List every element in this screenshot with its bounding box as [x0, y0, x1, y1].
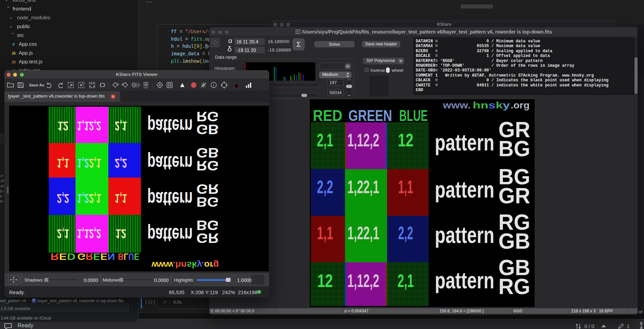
svg-text:2,1: 2,1	[317, 130, 333, 150]
svg-text:1,1: 1,1	[115, 191, 127, 205]
svg-text:BG: BG	[498, 137, 530, 161]
svg-text:www.: www.	[443, 100, 471, 110]
svg-text:pattern: pattern	[435, 267, 494, 293]
svg-text:1,12,2: 1,12,2	[347, 130, 379, 150]
svg-text:GR: GR	[196, 231, 219, 246]
svg-text:pattern: pattern	[147, 224, 193, 246]
svg-text:pattern: pattern	[435, 177, 494, 202]
svg-text:RG: RG	[196, 109, 219, 124]
svg-text:pattern: pattern	[147, 152, 193, 174]
svg-text:GR: GR	[196, 182, 219, 197]
svg-text:1,1: 1,1	[317, 223, 333, 243]
svg-text:2,1: 2,1	[115, 119, 127, 133]
svg-text:2,2: 2,2	[115, 156, 127, 170]
svg-text:1,1: 1,1	[398, 177, 413, 197]
svg-text:pattern: pattern	[435, 129, 494, 155]
svg-text:2,2: 2,2	[317, 177, 333, 197]
svg-text:BG: BG	[196, 194, 219, 209]
svg-text:BG: BG	[196, 218, 219, 233]
svg-text:BLUE: BLUE	[118, 251, 139, 262]
svg-text:GREEN: GREEN	[348, 107, 392, 124]
svg-text:RG: RG	[498, 274, 530, 299]
svg-text:GREEN: GREEN	[78, 251, 115, 262]
svg-text:1,12,2: 1,12,2	[347, 270, 379, 291]
svg-text:GB: GB	[196, 122, 219, 137]
svg-text:GB: GB	[196, 145, 219, 160]
svg-text:1,12,2: 1,12,2	[77, 227, 101, 241]
svg-text:RED: RED	[50, 251, 76, 262]
svg-text:1,22,1: 1,22,1	[347, 223, 379, 243]
svg-text:GR: GR	[498, 184, 530, 208]
svg-text:RG: RG	[196, 158, 219, 173]
svg-text:pattern: pattern	[147, 188, 193, 210]
svg-text:2,2: 2,2	[398, 223, 413, 243]
svg-text:BLUE: BLUE	[399, 107, 428, 124]
svg-text:12: 12	[58, 119, 68, 133]
svg-text:hnsky: hnsky	[473, 100, 510, 110]
svg-text:2,1: 2,1	[57, 227, 69, 241]
svg-text:www.hnsky.org: www.hnsky.org	[151, 260, 219, 270]
svg-text:2,2: 2,2	[57, 191, 69, 205]
svg-text:1,1: 1,1	[57, 156, 69, 170]
svg-text:12: 12	[115, 227, 126, 241]
svg-text:1,22,1: 1,22,1	[347, 177, 379, 197]
svg-text:12: 12	[317, 270, 333, 291]
svg-text:2,1: 2,1	[398, 270, 414, 291]
svg-text:pattern: pattern	[435, 222, 494, 248]
svg-text:GB: GB	[498, 229, 530, 253]
svg-text:RED: RED	[313, 107, 342, 124]
svg-text:12: 12	[398, 130, 413, 150]
svg-text:1,22,1: 1,22,1	[77, 191, 101, 205]
svg-text:1,22,1: 1,22,1	[77, 156, 101, 170]
svg-text:.org: .org	[511, 100, 530, 110]
svg-text:pattern: pattern	[147, 115, 193, 138]
svg-text:1,12,2: 1,12,2	[77, 119, 101, 133]
